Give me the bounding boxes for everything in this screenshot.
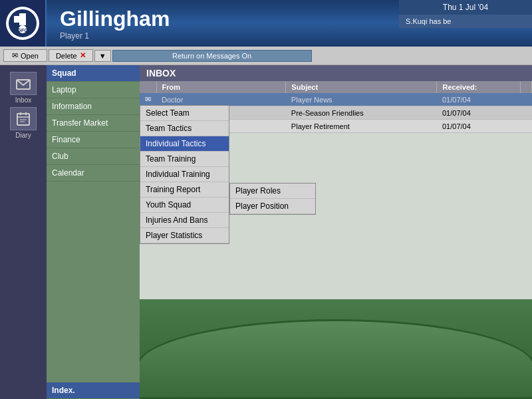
logo-image: GFC: [6, 7, 39, 40]
club-logo: GFC: [0, 0, 47, 47]
col-icon: [140, 81, 156, 93]
nav-item-squad[interactable]: Squad: [47, 65, 140, 82]
menu-item-youth-squad[interactable]: Youth Squad: [140, 198, 229, 213]
row-subject: Pre-Season Friendlies: [286, 106, 437, 120]
msg-dropdown-button[interactable]: ▼: [94, 50, 111, 62]
inbox-sidebar-icon[interactable]: Inbox: [7, 72, 40, 104]
inbox-title: INBOX: [140, 65, 532, 81]
menu-item-team-training[interactable]: Team Training: [140, 152, 229, 167]
nav-item-finance[interactable]: Finance: [47, 132, 140, 148]
nav-item-laptop[interactable]: Laptop: [47, 82, 140, 98]
header-right: Thu 1 Jul '04 S.Kuqi has be: [399, 0, 532, 28]
return-messages-button[interactable]: Return on Messages On: [112, 50, 312, 62]
menu-item-injuries-bans[interactable]: Injuries And Bans: [140, 213, 229, 228]
envelope-icon: ✉: [12, 51, 18, 60]
menu-item-individual-tactics[interactable]: Individual Tactics: [140, 136, 229, 152]
row-received: 01/07/04: [437, 106, 521, 120]
main-area: Inbox Diary Squad Laptop Information Tra…: [0, 65, 532, 399]
submenu-item-player-position[interactable]: Player Position: [230, 199, 315, 214]
submenu-item-player-roles[interactable]: Player Roles: [230, 184, 315, 199]
news-ticker: S.Kuqi has be: [399, 15, 532, 28]
row-from: Doctor: [156, 93, 286, 106]
col-received: Received:: [437, 81, 521, 93]
svg-text:GFC: GFC: [18, 28, 28, 33]
table-row[interactable]: ✉ Doctor Player News 01/07/04: [140, 93, 532, 106]
col-scroll: [521, 81, 532, 93]
stadium-background: [140, 299, 532, 399]
nav-item-transfer-market[interactable]: Transfer Market: [47, 115, 140, 132]
stadium-arch: [140, 319, 532, 399]
col-subject: Subject: [286, 81, 437, 93]
menu-item-training-report[interactable]: Training Report: [140, 182, 229, 198]
dropdown-overlay: Select Team Team Tactics Individual Tact…: [140, 105, 229, 244]
content-area: INBOX From Subject Received:: [140, 65, 532, 399]
svg-rect-2: [14, 16, 21, 23]
col-from: From: [156, 81, 286, 93]
nav-item-club[interactable]: Club: [47, 148, 140, 165]
diary-label: Diary: [15, 132, 31, 139]
menu-item-individual-training[interactable]: Individual Training: [140, 167, 229, 182]
row-subject: Player Retirement: [286, 120, 437, 133]
toolbar: ✉ Open Delete ✕ ▼ Return on Messages On: [0, 47, 532, 65]
row-icon: ✉: [140, 93, 156, 106]
submenu: Player Roles Player Position: [229, 183, 316, 215]
close-icon: ✕: [80, 51, 86, 60]
inbox-label: Inbox: [15, 96, 31, 104]
menu-item-team-tactics[interactable]: Team Tactics: [140, 121, 229, 136]
diary-sidebar-icon[interactable]: Diary: [7, 107, 40, 139]
nav-item-calendar[interactable]: Calendar: [47, 165, 140, 182]
menu-item-player-statistics[interactable]: Player Statistics: [140, 228, 229, 243]
header: GFC Gillingham Player 1 Thu 1 Jul '04 S.…: [0, 0, 532, 47]
row-subject: Player News: [286, 93, 437, 106]
inbox-icon: [10, 72, 37, 95]
row-received: 01/07/04: [437, 120, 521, 133]
nav-item-index[interactable]: Index.: [47, 382, 140, 399]
dropdown-menu: Select Team Team Tactics Individual Tact…: [140, 105, 229, 244]
nav-item-information[interactable]: Information: [47, 98, 140, 115]
player-name: Player 1: [60, 31, 532, 41]
header-date: Thu 1 Jul '04: [399, 0, 532, 15]
open-button[interactable]: ✉ Open: [3, 49, 47, 62]
nav-sidebar: Squad Laptop Information Transfer Market…: [47, 65, 140, 399]
diary-icon: [10, 107, 37, 130]
row-received: 01/07/04: [437, 93, 521, 106]
icon-sidebar: Inbox Diary: [0, 65, 47, 399]
delete-button[interactable]: Delete ✕: [49, 49, 93, 62]
menu-item-select-team[interactable]: Select Team: [140, 106, 229, 121]
